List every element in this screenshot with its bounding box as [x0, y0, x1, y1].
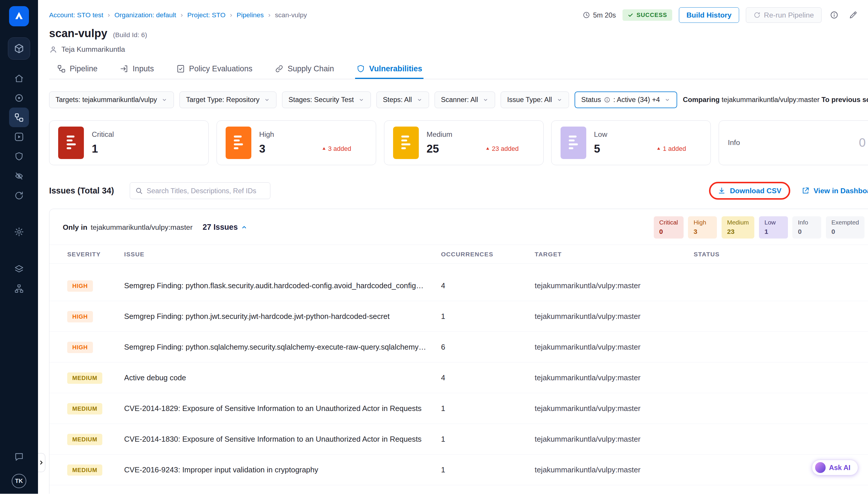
chip-low[interactable]: Low1	[759, 216, 788, 239]
view-in-dashboard-button[interactable]: View in Dashboard	[802, 187, 868, 195]
group-issue-count-toggle[interactable]: 27 Issues	[202, 223, 248, 232]
bars-icon	[398, 132, 413, 153]
more-options-button[interactable]	[866, 9, 868, 21]
shield-icon	[356, 64, 365, 73]
card-label: Medium	[427, 130, 534, 138]
info-button[interactable]	[828, 9, 840, 21]
severity-badge: HIGH	[67, 280, 93, 291]
chip-count: 1	[765, 228, 783, 235]
main-content: Account: STO test Organization: default …	[38, 0, 868, 494]
build-history-button[interactable]: Build History	[679, 7, 739, 23]
chip-exempted[interactable]: Exempted0	[826, 216, 865, 239]
harness-logo[interactable]	[9, 6, 29, 26]
breadcrumb-organization[interactable]: Organization: default	[103, 11, 176, 19]
added-text: 23 added	[492, 145, 519, 153]
breadcrumb-project[interactable]: Project: STO	[176, 11, 226, 19]
sidebar-item-overview[interactable]	[9, 88, 29, 108]
chip-medium[interactable]: Medium23	[721, 216, 755, 239]
page-title: scan-vulpy	[49, 27, 107, 40]
severity-card-low: Low 5 1 added	[551, 120, 711, 165]
issues-search	[130, 183, 270, 199]
table-row[interactable]: HIGH Semgrep Finding: python.sqlalchemy.…	[50, 332, 868, 362]
rerun-label: Re-run Pipeline	[764, 11, 814, 19]
layers-icon	[14, 264, 24, 274]
sidebar-item-executions[interactable]	[9, 127, 29, 147]
sidebar-item-pipelines[interactable]	[9, 108, 29, 127]
filter-targets[interactable]: Targets: tejakummarikuntla/vulpy	[49, 92, 174, 108]
eye-off-icon	[14, 171, 24, 181]
edit-pipeline-button[interactable]	[847, 9, 859, 21]
triangle-up-icon	[656, 146, 661, 151]
breadcrumb-pipelines[interactable]: Pipelines	[225, 11, 264, 19]
help-chat-button[interactable]	[10, 448, 28, 466]
bars-icon	[231, 132, 246, 153]
pencil-icon	[849, 11, 858, 20]
chip-critical[interactable]: Critical0	[654, 216, 683, 239]
sidebar-item-home[interactable]	[9, 69, 29, 88]
chip-label: Critical	[659, 219, 678, 226]
topbar: Account: STO test Organization: default …	[49, 7, 868, 23]
tab-inputs[interactable]: Inputs	[119, 59, 155, 79]
table-row[interactable]: MEDIUM Active debug code 4 tejakummariku…	[50, 362, 868, 393]
medium-severity-icon	[393, 127, 419, 159]
table-row[interactable]: HIGH Semgrep Finding: python.jwt.securit…	[50, 301, 868, 332]
sidebar-item-test-targets[interactable]	[9, 147, 29, 166]
added-text: 3 added	[328, 145, 351, 153]
breadcrumb-account[interactable]: Account: STO test	[49, 11, 103, 19]
sidebar-item-hierarchy[interactable]	[9, 279, 29, 299]
download-csv-button[interactable]: Download CSV	[717, 187, 781, 195]
filter-issue-type[interactable]: Issue Type: All	[501, 92, 569, 108]
tab-policy-evaluations[interactable]: Policy Evaluations	[175, 59, 253, 79]
download-icon	[717, 187, 726, 195]
refresh-icon	[14, 191, 24, 201]
chevron-down-icon	[161, 97, 168, 103]
tab-vulnerabilities[interactable]: Vulnerabilities	[355, 59, 423, 79]
filter-target-type[interactable]: Target Type: Repository	[179, 92, 276, 108]
ask-ai-button[interactable]: Ask AI	[812, 460, 858, 476]
sidebar-item-packages[interactable]	[9, 259, 29, 279]
chip-label: Info	[798, 219, 816, 226]
search-input[interactable]	[147, 187, 265, 195]
table-row[interactable]: MEDIUM CVE-2014-1829: Exposure of Sensit…	[50, 393, 868, 424]
sidebar-expand-handle[interactable]	[38, 453, 45, 472]
tab-supply-chain[interactable]: Supply Chain	[273, 59, 335, 79]
issue-title: Semgrep Finding: python.flask.security.a…	[124, 282, 441, 290]
filter-scanner[interactable]: Scanner: All	[435, 92, 495, 108]
comparing-suffix: To previous scan	[822, 96, 868, 103]
table-row[interactable]: MEDIUM CVE-2016-9243: Improper input val…	[50, 455, 868, 485]
filter-status[interactable]: Status : Active (34) +4	[575, 92, 677, 108]
user-avatar[interactable]: TK	[12, 474, 26, 489]
home-icon	[14, 73, 24, 83]
filter-steps[interactable]: Steps: All	[377, 92, 429, 108]
issue-target: tejakummarikuntla/vulpy:master	[535, 435, 694, 443]
external-link-icon	[802, 187, 810, 195]
filter-stages[interactable]: Stages: Security Test	[282, 92, 371, 108]
sidebar-item-project-settings[interactable]	[9, 222, 29, 242]
duration-text: 5m 20s	[593, 11, 616, 19]
tab-pipeline[interactable]: Pipeline	[56, 59, 99, 79]
execution-tabs: Pipeline Inputs Policy Evaluations Suppl…	[49, 59, 868, 79]
chip-info[interactable]: Info0	[792, 216, 821, 239]
critical-severity-icon	[58, 127, 84, 159]
issues-toolbar: Issues (Total 34) Download CSV View in D…	[49, 182, 868, 200]
added-indicator: 3 added	[322, 145, 367, 153]
table-row[interactable]: MEDIUM CVE-2017-11424: Improper Verifica…	[50, 485, 868, 494]
tab-label: Inputs	[133, 64, 154, 73]
module-selector-button[interactable]	[8, 37, 30, 60]
sidebar-item-exemptions[interactable]	[9, 166, 29, 186]
harness-logo-icon	[13, 10, 25, 22]
sidebar-item-getting-started[interactable]	[9, 186, 29, 206]
severity-cards: Critical 1 High 3 3 added Medium	[49, 120, 868, 165]
triggered-by: Teja Kummarikuntla	[49, 45, 868, 54]
issue-title: Semgrep Finding: python.sqlalchemy.secur…	[124, 343, 441, 352]
ai-robot-icon	[815, 462, 826, 473]
table-row[interactable]: HIGH Semgrep Finding: python.flask.secur…	[50, 270, 868, 301]
card-label: Low	[594, 130, 701, 138]
occurrences-count: 6	[441, 343, 535, 352]
table-row[interactable]: MEDIUM CVE-2014-1830: Exposure of Sensit…	[50, 424, 868, 455]
toolbar-actions: Download CSV View in Dashboard	[709, 182, 868, 200]
rerun-pipeline-button[interactable]: Re-run Pipeline	[746, 7, 822, 23]
chip-high[interactable]: High3	[688, 216, 717, 239]
only-in-label: Only in	[63, 223, 88, 231]
bars-icon	[565, 132, 581, 153]
